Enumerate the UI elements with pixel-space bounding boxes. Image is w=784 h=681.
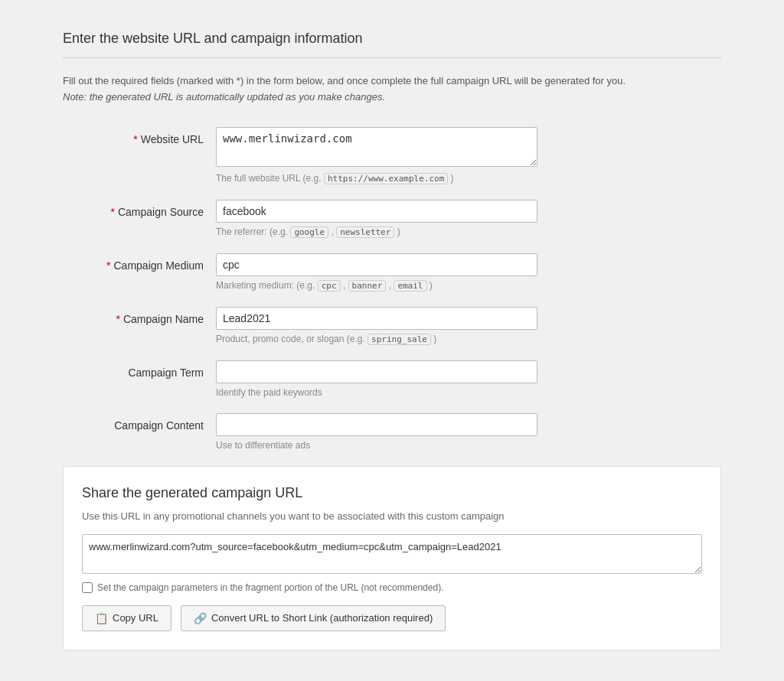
- website-url-row: *Website URL www.merlinwizard.com The fu…: [63, 127, 721, 184]
- fragment-row: Set the campaign parameters in the fragm…: [82, 582, 702, 593]
- campaign-source-hint: The referrer: (e.g. google , newsletter …: [216, 226, 537, 238]
- campaign-term-input[interactable]: [216, 360, 537, 383]
- campaign-medium-row: *Campaign Medium Marketing medium: (e.g.…: [63, 253, 721, 292]
- share-title: Share the generated campaign URL: [82, 485, 702, 501]
- campaign-form: *Website URL www.merlinwizard.com The fu…: [63, 127, 721, 451]
- website-url-hint: The full website URL (e.g. https://www.e…: [216, 173, 537, 184]
- required-star-source: *: [110, 206, 114, 218]
- campaign-source-label: *Campaign Source: [63, 200, 216, 218]
- campaign-name-input[interactable]: [216, 307, 537, 330]
- description-text: Fill out the required fields (marked wit…: [63, 75, 626, 86]
- campaign-term-row: Campaign Term Identify the paid keywords: [63, 360, 721, 398]
- hint-code-url: https://www.example.com: [324, 173, 448, 184]
- hint-code-google: google: [290, 226, 328, 238]
- hint-code-cpc: cpc: [318, 280, 341, 292]
- campaign-name-hint: Product, promo code, or slogan (e.g. spr…: [216, 334, 537, 345]
- website-url-input[interactable]: www.merlinwizard.com: [216, 127, 537, 167]
- generated-url-textarea[interactable]: www.merlinwizard.com?utm_source=facebook…: [82, 534, 702, 574]
- fragment-checkbox[interactable]: [82, 582, 93, 593]
- button-row: 📋 Copy URL 🔗 Convert URL to Short Link (…: [82, 605, 702, 631]
- website-url-label: *Website URL: [63, 127, 216, 145]
- campaign-content-row: Campaign Content Use to differentiate ad…: [63, 413, 721, 451]
- description-italic: Note: the generated URL is automatically…: [63, 91, 385, 103]
- hint-code-spring-sale: spring_sale: [368, 334, 431, 345]
- campaign-content-hint: Use to differentiate ads: [216, 440, 537, 451]
- campaign-content-label: Campaign Content: [63, 413, 216, 432]
- campaign-source-row: *Campaign Source The referrer: (e.g. goo…: [63, 200, 721, 238]
- campaign-medium-input-col: Marketing medium: (e.g. cpc , banner , e…: [216, 253, 537, 292]
- campaign-source-input-col: The referrer: (e.g. google , newsletter …: [216, 200, 537, 238]
- copy-url-button[interactable]: 📋 Copy URL: [82, 605, 172, 631]
- campaign-name-input-col: Product, promo code, or slogan (e.g. spr…: [216, 307, 537, 345]
- hint-code-email: email: [394, 280, 426, 292]
- page-description: Fill out the required fields (marked wit…: [63, 73, 645, 106]
- convert-url-label: Convert URL to Short Link (authorization…: [211, 612, 433, 624]
- copy-url-label: Copy URL: [113, 612, 158, 624]
- page-container: Enter the website URL and campaign infor…: [63, 15, 721, 666]
- share-box: Share the generated campaign URL Use thi…: [63, 466, 721, 650]
- fragment-label[interactable]: Set the campaign parameters in the fragm…: [97, 582, 443, 593]
- share-description: Use this URL in any promotional channels…: [82, 510, 702, 522]
- required-star-medium: *: [106, 259, 110, 272]
- required-star: *: [133, 133, 137, 145]
- required-star-name: *: [116, 313, 119, 325]
- campaign-source-input[interactable]: [216, 200, 537, 223]
- campaign-content-input-col: Use to differentiate ads: [216, 413, 537, 451]
- page-title: Enter the website URL and campaign infor…: [63, 31, 721, 58]
- website-url-input-col: www.merlinwizard.com The full website UR…: [216, 127, 537, 184]
- hint-code-banner: banner: [348, 280, 387, 292]
- campaign-term-hint: Identify the paid keywords: [216, 387, 537, 398]
- campaign-name-label: *Campaign Name: [63, 307, 216, 325]
- campaign-medium-label: *Campaign Medium: [63, 253, 216, 272]
- campaign-content-input[interactable]: [216, 413, 537, 436]
- link-icon: 🔗: [194, 612, 207, 624]
- campaign-medium-hint: Marketing medium: (e.g. cpc , banner , e…: [216, 280, 537, 292]
- copy-icon: 📋: [95, 612, 108, 624]
- campaign-term-label: Campaign Term: [63, 360, 216, 379]
- campaign-name-row: *Campaign Name Product, promo code, or s…: [63, 307, 721, 345]
- convert-url-button[interactable]: 🔗 Convert URL to Short Link (authorizati…: [181, 605, 446, 631]
- hint-code-newsletter: newsletter: [336, 226, 394, 238]
- campaign-medium-input[interactable]: [216, 253, 537, 276]
- campaign-term-input-col: Identify the paid keywords: [216, 360, 537, 398]
